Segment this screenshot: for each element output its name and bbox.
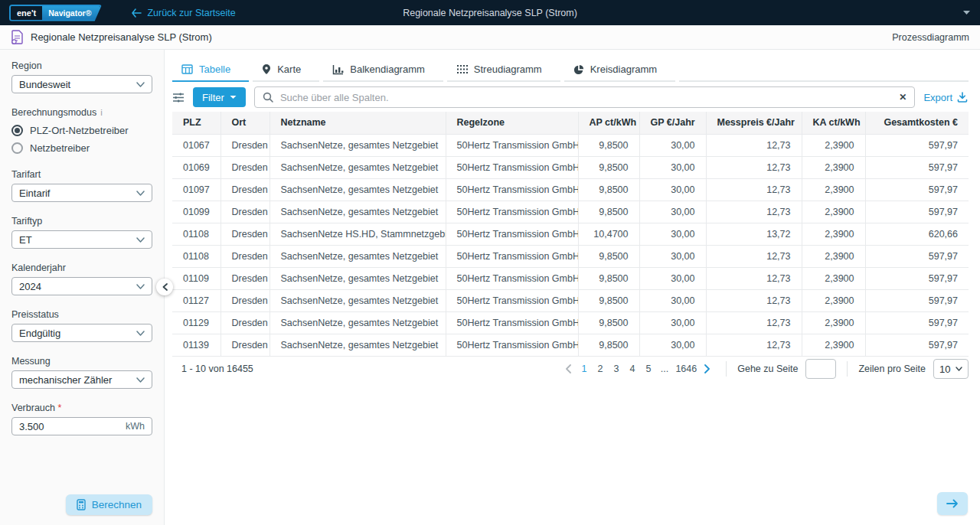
table-cell: Dresden <box>220 311 270 334</box>
product-logo-text: Navigator® <box>42 6 100 20</box>
bar-chart-icon <box>332 64 344 75</box>
tariftyp-select[interactable]: ET <box>11 230 152 249</box>
tab-tabelle[interactable]: Tabelle <box>172 60 249 82</box>
table-cell: 01069 <box>172 156 220 178</box>
export-button[interactable]: Export <box>923 92 968 103</box>
pagination-page[interactable]: 5 <box>642 362 655 376</box>
tab-streudiagramm[interactable]: Streudiagramm <box>447 60 560 82</box>
table-cell: 01129 <box>172 311 220 334</box>
column-header[interactable]: Regelzone <box>446 112 578 134</box>
column-header[interactable]: GP €/Jahr <box>639 112 706 134</box>
pagination-page[interactable]: 4 <box>626 362 639 376</box>
tarifart-select[interactable]: Eintarif <box>11 184 152 202</box>
table-cell: 9,8500 <box>578 178 639 201</box>
radio-netzbetreiber[interactable]: Netzbetreiber <box>11 142 152 154</box>
table-cell: 9,8500 <box>578 311 639 334</box>
table-cell: 2,3900 <box>802 223 865 245</box>
tab-balkendiagramm[interactable]: Balkendiagramm <box>323 60 443 82</box>
table-cell: 597,97 <box>865 201 969 223</box>
verbrauch-input[interactable] <box>19 421 103 432</box>
table-cell: 50Hertz Transmission GmbH <box>446 311 578 334</box>
table-cell: 9,8500 <box>578 201 639 223</box>
pagination-page[interactable]: 3 <box>609 362 622 376</box>
process-diagram-link[interactable]: Prozessdiagramm <box>892 32 969 43</box>
table-cell: 01109 <box>172 267 220 289</box>
rows-per-page-value: 10 <box>939 364 950 375</box>
column-header[interactable]: AP ct/kWh <box>578 112 639 134</box>
tariftyp-value: ET <box>19 234 32 246</box>
table-cell: 30,00 <box>639 289 706 311</box>
table-cell: SachsenNetze, gesamtes Netzgebiet <box>270 311 446 334</box>
table-cell: 12,73 <box>706 156 802 178</box>
table-cell: 2,3900 <box>802 311 865 334</box>
tab-kreisdiagramm[interactable]: Kreisdiagramm <box>564 60 675 82</box>
divider <box>726 361 727 377</box>
calculate-button[interactable]: Berechnen <box>66 494 152 515</box>
table-row[interactable]: 01139DresdenSachsenNetze, gesamtes Netzg… <box>172 334 969 356</box>
region-select[interactable]: Bundesweit <box>11 75 152 93</box>
table-cell: 30,00 <box>639 267 706 289</box>
pagination-page[interactable]: 1 <box>577 362 590 376</box>
user-menu-toggle[interactable] <box>962 10 971 15</box>
column-header[interactable]: KA ct/kWh <box>802 112 865 134</box>
table-row[interactable]: 01129DresdenSachsenNetze, gesamtes Netzg… <box>172 311 969 334</box>
column-header[interactable]: Ort <box>220 112 270 134</box>
table-row[interactable]: 01099DresdenSachsenNetze, gesamtes Netzg… <box>172 201 969 223</box>
calculator-icon <box>77 499 86 510</box>
table-row[interactable]: 01067DresdenSachsenNetze, gesamtes Netzg… <box>172 134 969 156</box>
sidebar-collapse-button[interactable] <box>156 279 173 295</box>
pagination-page[interactable]: 2 <box>593 362 606 376</box>
download-icon <box>957 92 968 103</box>
preisstatus-label: Preisstatus <box>11 309 152 320</box>
tab-label: Kreisdiagramm <box>590 64 657 75</box>
messung-select[interactable]: mechanischer Zähler <box>11 370 152 389</box>
view-tabs: Tabelle Karte Balkendiagramm Streudiagra… <box>172 60 969 82</box>
next-step-button[interactable] <box>937 492 968 515</box>
table-row[interactable]: 01127DresdenSachsenNetze, gesamtes Netzg… <box>172 289 969 311</box>
table-row[interactable]: 01097DresdenSachsenNetze, gesamtes Netzg… <box>172 178 969 201</box>
table-cell: 9,8500 <box>578 267 639 289</box>
column-header[interactable]: PLZ <box>172 112 220 134</box>
filter-button-label: Filter <box>202 92 224 103</box>
table-cell: 30,00 <box>639 156 706 178</box>
table-cell: 9,8500 <box>578 156 639 178</box>
filter-button[interactable]: Filter <box>193 87 246 107</box>
table-cell: 01127 <box>172 289 220 311</box>
table-cell: 597,97 <box>865 311 969 334</box>
info-icon[interactable]: i <box>100 108 103 117</box>
app-logo[interactable]: ene't Navigator® <box>9 5 102 21</box>
tab-label: Tabelle <box>199 64 230 75</box>
table-row[interactable]: 01108DresdenSachsenNetze HS.HD, Stammnet… <box>172 223 969 245</box>
table-row[interactable]: 01108DresdenSachsenNetze, gesamtes Netzg… <box>172 245 969 267</box>
clear-search-icon[interactable]: ✕ <box>899 92 906 103</box>
goto-page-input[interactable] <box>805 359 836 379</box>
column-header[interactable]: Messpreis €/Jahr <box>706 112 802 134</box>
table-cell: 01108 <box>172 223 220 245</box>
region-field: Region Bundesweit <box>11 60 152 93</box>
table-row[interactable]: 01109DresdenSachsenNetze, gesamtes Netzg… <box>172 267 969 289</box>
table-cell: SachsenNetze, gesamtes Netzgebiet <box>270 245 446 267</box>
table-cell: 9,8500 <box>578 334 639 356</box>
tab-karte[interactable]: Karte <box>253 60 319 82</box>
column-header[interactable]: Netzname <box>270 112 446 134</box>
radio-plz-ort-netzbetreiber[interactable]: PLZ-Ort-Netzbetreiber <box>11 125 152 136</box>
table-cell: 50Hertz Transmission GmbH <box>446 334 578 356</box>
table-cell: Dresden <box>220 289 270 311</box>
search-input[interactable] <box>280 92 892 103</box>
table-row[interactable]: 01069DresdenSachsenNetze, gesamtes Netzg… <box>172 156 969 178</box>
column-settings-icon[interactable] <box>172 92 185 103</box>
rows-per-page-select[interactable]: 10 <box>933 359 969 379</box>
previous-page-icon[interactable] <box>560 364 576 373</box>
pagination-page[interactable]: 1646 <box>674 362 698 376</box>
table-cell: 50Hertz Transmission GmbH <box>446 245 578 267</box>
kalenderjahr-select[interactable]: 2024 <box>11 277 152 295</box>
back-to-start-link[interactable]: Zurück zur Startseite <box>131 8 235 18</box>
preisstatus-select[interactable]: Endgültig <box>11 324 152 342</box>
table-cell: 30,00 <box>639 223 706 245</box>
table-cell: Dresden <box>220 178 270 201</box>
table-cell: Dresden <box>220 267 270 289</box>
tab-label: Streudiagramm <box>474 64 542 75</box>
verbrauch-unit: kWh <box>126 421 145 432</box>
next-page-icon[interactable] <box>700 364 715 373</box>
column-header[interactable]: Gesamtkosten € <box>865 112 969 134</box>
